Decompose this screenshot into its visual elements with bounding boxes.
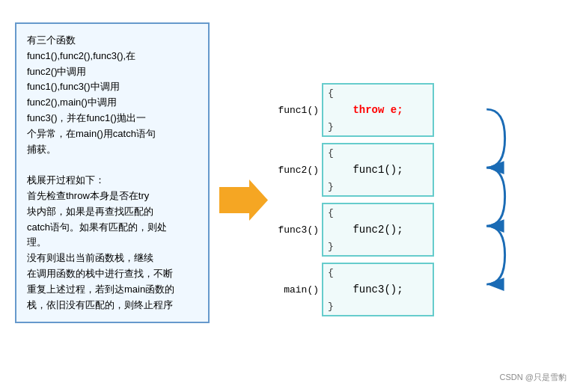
func2-row: func2() { func1(); } (277, 143, 565, 197)
right-arrow-icon (219, 180, 268, 221)
func2-brace-bottom: } (328, 181, 334, 192)
text-line5: func2(),main()中调用 (27, 97, 117, 108)
text-line3: func2()中调用 (27, 66, 86, 77)
func2-box: { func1(); } (322, 143, 434, 197)
text-line13: catch语句。如果有匹配的，则处 (27, 221, 167, 233)
text-line14: 理。 (27, 236, 46, 248)
main-brace-top: { (328, 267, 334, 278)
main-container: 有三个函数 func1(),func2(),func3(),在 func2()中… (0, 0, 580, 392)
text-line1: 有三个函数 (27, 34, 76, 46)
func1-code: throw e; (352, 104, 403, 116)
func3-brace-top: { (328, 207, 334, 218)
func3-brace-bottom: } (328, 241, 334, 252)
func1-box: { throw e; } (322, 83, 434, 137)
func1-brace-top: { (328, 88, 334, 99)
main-code: func3(); (352, 284, 403, 295)
func1-label: func1() (277, 105, 322, 116)
text-line4: func1(),func3()中调用 (27, 81, 120, 92)
text-line11: 首先检查throw本身是否在try (27, 190, 149, 201)
text-line2: func1(),func2(),func3(),在 (27, 50, 135, 61)
text-line16: 在调用函数的栈中进行查找，不断 (27, 268, 173, 279)
stack-container: func1() { throw e; } func2() { func1(); … (277, 83, 565, 316)
text-line17: 重复上述过程，若到达main函数的 (27, 284, 174, 295)
func1-brace-bottom: } (328, 121, 334, 132)
func3-box: { func2(); } (322, 203, 434, 257)
func1-row: func1() { throw e; } (277, 83, 565, 137)
text-line15: 没有则退出当前函数栈，继续 (27, 252, 153, 263)
main-label: main() (277, 284, 322, 295)
flow-arrow (217, 58, 269, 342)
func2-code: func1(); (352, 164, 403, 176)
text-line6: func3()，并在func1()抛出一 (27, 112, 146, 123)
svg-marker-0 (219, 180, 268, 221)
text-box: 有三个函数 func1(),func2(),func3(),在 func2()中… (15, 22, 210, 323)
text-line10: 栈展开过程如下： (27, 174, 105, 186)
func3-label: func3() (277, 224, 322, 236)
main-row: main() { func3(); } (277, 263, 565, 316)
text-line12: 块内部，如果是再查找匹配的 (27, 206, 153, 217)
text-line7: 个异常，在main()用catch语句 (27, 128, 156, 139)
main-brace-bottom: } (328, 301, 334, 312)
text-line18: 栈，依旧没有匹配的，则终止程序 (27, 299, 173, 310)
func3-row: func3() { func2(); } (277, 203, 565, 257)
func2-label: func2() (277, 165, 322, 176)
func2-brace-top: { (328, 147, 334, 159)
func3-code: func2(); (352, 224, 403, 236)
text-line8: 捕获。 (27, 144, 56, 155)
watermark: CSDN @只是雪豹 (500, 372, 567, 383)
main-box: { func3(); } (322, 263, 434, 316)
